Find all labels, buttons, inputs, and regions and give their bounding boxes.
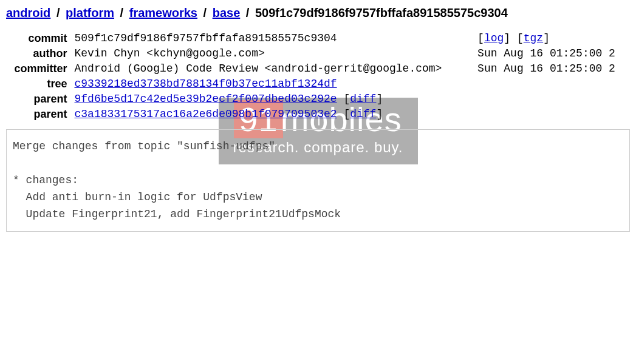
breadcrumb-base[interactable]: base (213, 6, 241, 19)
author-label: author (6, 46, 71, 61)
table-row: parent 9fd6be5d17c42ed5e39b2ecf2f007dbed… (6, 92, 630, 107)
table-row: author Kevin Chyn <kchyn@google.com> Sun… (6, 46, 630, 61)
tgz-link[interactable]: tgz (524, 32, 543, 44)
committer-value: Android (Google) Code Review <android-ge… (71, 61, 474, 76)
table-row: committer Android (Google) Code Review <… (6, 61, 630, 76)
parent1-hash-link[interactable]: 9fd6be5d17c42ed5e39b2ecf2f007dbed03c292e (75, 93, 337, 105)
table-row: commit 509f1c79df9186f9757fbffafa8915855… (6, 31, 630, 46)
parent2-hash-link[interactable]: c3a1833175317ac16a2e6de098b1f079709503e2 (75, 108, 337, 120)
breadcrumb-frameworks[interactable]: frameworks (129, 6, 197, 19)
tree-label: tree (6, 76, 71, 92)
breadcrumb-hash: 509f1c79df9186f9757fbffafa891585575c9304 (255, 6, 508, 19)
commit-label: commit (6, 31, 71, 46)
committer-date: Sun Aug 16 01:25:00 2 (474, 61, 630, 76)
author-date: Sun Aug 16 01:25:00 2 (474, 46, 630, 61)
parent-label: parent (6, 107, 71, 122)
parent1-diff-link[interactable]: diff (350, 93, 376, 105)
table-row: parent c3a1833175317ac16a2e6de098b1f0797… (6, 107, 630, 122)
parent-label: parent (6, 92, 71, 107)
author-value: Kevin Chyn <kchyn@google.com> (71, 46, 474, 61)
breadcrumb-platform[interactable]: platform (66, 6, 114, 19)
breadcrumb-sep: / (118, 6, 126, 19)
tree-hash-link[interactable]: c9339218ed3738bd788134f0b37ec11abf1324df (75, 78, 337, 90)
table-row: tree c9339218ed3738bd788134f0b37ec11abf1… (6, 76, 630, 92)
parent2-diff-link[interactable]: diff (350, 108, 376, 120)
breadcrumb-sep: / (54, 6, 63, 19)
commit-message: Merge changes from topic "sunfish-udfps"… (6, 129, 630, 232)
commit-meta-table: commit 509f1c79df9186f9757fbffafa8915855… (6, 31, 630, 122)
breadcrumb-android[interactable]: android (6, 6, 50, 19)
breadcrumb: android / platform / frameworks / base /… (6, 6, 630, 20)
breadcrumb-sep: / (201, 6, 210, 19)
breadcrumb-sep: / (244, 6, 252, 19)
committer-label: committer (6, 61, 71, 76)
commit-hash: 509f1c79df9186f9757fbffafa891585575c9304 (71, 31, 474, 46)
log-link[interactable]: log (484, 32, 504, 44)
